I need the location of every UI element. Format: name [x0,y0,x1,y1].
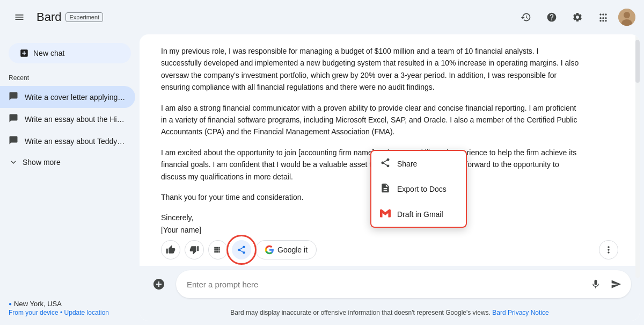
paragraph-1: In my previous role, I was responsible f… [161,45,580,93]
menu-button[interactable] [9,6,30,28]
sidebar-item-teddy[interactable]: Write an essay about Teddy Roo... [0,130,135,152]
location-bar: ● New York, USA From your device • Updat… [0,295,140,321]
sidebar-item-hinde[interactable]: Write an essay about the Hinde... [0,108,135,130]
location-name: ● New York, USA [9,300,131,308]
mic-button[interactable] [587,276,604,293]
google-it-label: Google it [277,245,308,254]
footer-disclaimer: Bard may display inaccurate or offensive… [140,307,640,321]
chat-icon-2 [9,113,18,125]
input-icons [587,276,625,293]
help-button[interactable] [541,6,562,28]
show-more-button[interactable]: Show more [0,152,140,172]
action-bar: Share Export to Docs Draft in Gmail [140,236,640,266]
share-button[interactable] [232,240,251,259]
export-docs-menu-item[interactable]: Export to Docs [371,176,466,201]
settings-button[interactable] [567,6,588,28]
sidebar-item-label-2: Write an essay about the Hinde... [25,115,127,124]
gmail-icon [380,208,391,220]
sidebar-item-label: Write a cover letter applying fo... [25,93,127,102]
chat-icon [9,91,18,103]
docs-icon [380,183,391,195]
share-button-wrapper [232,240,251,259]
share-menu-item[interactable]: Share [371,151,466,176]
sidebar: New chat Recent Write a cover letter app… [0,34,140,325]
header-left: Bard Experiment [9,6,103,28]
apps-button[interactable] [592,6,614,28]
header: Bard Experiment [0,0,644,34]
send-button[interactable] [608,276,625,293]
input-bar [140,266,640,307]
grid-button[interactable] [208,240,228,259]
thumbs-down-button[interactable] [185,240,204,259]
header-title: Bard Experiment [36,10,103,24]
share-label: Share [397,160,417,168]
paragraph-2: I am also a strong financial communicato… [161,102,580,138]
prompt-input[interactable] [176,270,631,298]
from-device-link[interactable]: From your device [9,309,58,316]
new-chat-label: New chat [33,49,64,57]
content-area: In my previous role, I was responsible f… [140,34,640,321]
draft-gmail-label: Draft in Gmail [397,210,443,219]
draft-gmail-menu-item[interactable]: Draft in Gmail [371,201,466,227]
share-menu-icon [380,157,391,170]
history-button[interactable] [515,6,537,28]
show-more-label: Show more [23,158,61,167]
update-location-link[interactable]: Update location [64,309,109,316]
chat-icon-3 [9,135,18,147]
add-button[interactable] [148,273,170,295]
thumbs-up-button[interactable] [161,240,180,259]
context-menu: Share Export to Docs Draft in Gmail [370,150,467,228]
location-links: From your device • Update location [9,309,131,316]
input-wrapper [176,270,631,298]
avatar[interactable] [618,9,635,26]
disclaimer-text: Bard may display inaccurate or offensive… [230,309,491,316]
new-chat-button[interactable]: New chat [9,43,131,63]
experiment-badge: Experiment [65,12,103,22]
header-right [515,6,635,28]
privacy-link[interactable]: Bard Privacy Notice [492,309,548,316]
svg-point-1 [624,12,630,18]
sidebar-item-label-3: Write an essay about Teddy Roo... [25,137,127,146]
export-docs-label: Export to Docs [397,185,447,193]
google-it-button[interactable]: Google it [255,240,317,259]
main-layout: New chat Recent Write a cover letter app… [0,34,644,325]
sidebar-item-cover-letter[interactable]: Write a cover letter applying fo... [0,86,135,108]
more-options-button[interactable] [599,240,618,259]
app-name: Bard [36,10,61,24]
recent-label: Recent [0,72,140,86]
